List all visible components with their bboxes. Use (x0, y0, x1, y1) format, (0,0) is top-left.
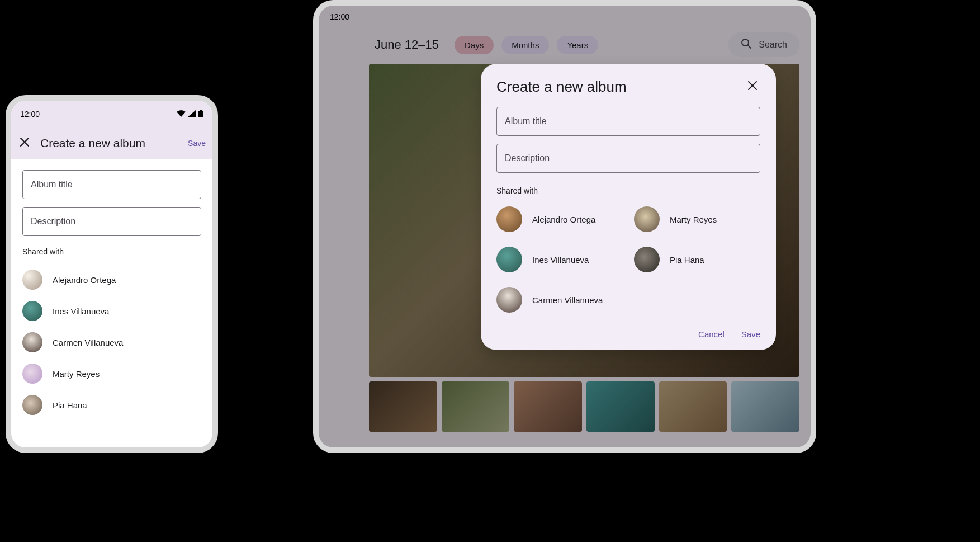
phone-status-bar: 12:00 (11, 101, 212, 128)
svg-rect-1 (200, 110, 202, 111)
signal-icon (188, 110, 196, 119)
photo-thumbnail[interactable] (369, 381, 437, 432)
people-grid: Alejandro OrtegaMarty ReyesInes Villanue… (496, 203, 760, 316)
avatar (496, 206, 522, 232)
person-row[interactable]: Marty Reyes (22, 358, 201, 389)
phone-body: Album title Description Shared with Alej… (11, 159, 212, 421)
photo-thumbnail[interactable] (731, 381, 799, 432)
avatar (22, 364, 42, 384)
tab-days[interactable]: Days (455, 36, 494, 54)
save-button[interactable]: Save (741, 329, 760, 339)
search-icon (741, 38, 752, 51)
date-range: June 12–15 (375, 37, 439, 52)
people-list: Alejandro OrtegaInes VillanuevaCarmen Vi… (22, 264, 201, 421)
avatar (22, 395, 42, 415)
person-row[interactable]: Marty Reyes (634, 203, 760, 235)
svg-line-3 (748, 45, 751, 48)
person-name: Pia Hana (53, 400, 87, 410)
tablet-status-bar: 12:00 (319, 6, 811, 28)
svg-rect-0 (198, 111, 203, 117)
avatar (634, 247, 660, 272)
person-name: Ines Villanueva (532, 255, 589, 265)
avatar (22, 270, 42, 290)
page-title: Create a new album (40, 136, 179, 150)
person-row[interactable]: Pia Hana (634, 243, 760, 276)
avatar (22, 332, 42, 352)
tablet-top-bar: June 12–15 Days Months Years Search (319, 28, 811, 64)
avatar (496, 247, 522, 272)
person-row[interactable]: Ines Villanueva (22, 295, 201, 327)
person-row[interactable]: Carmen Villanueva (22, 327, 201, 358)
phone-app-bar: Create a new album Save (11, 128, 212, 159)
status-time: 12:00 (20, 110, 40, 119)
person-row[interactable]: Ines Villanueva (496, 243, 623, 276)
status-time: 12:00 (330, 12, 349, 21)
avatar (496, 287, 522, 313)
photo-thumbnail[interactable] (514, 381, 582, 432)
person-row[interactable]: Alejandro Ortega (22, 264, 201, 295)
save-button[interactable]: Save (188, 139, 206, 148)
person-name: Pia Hana (670, 255, 704, 265)
search-input[interactable]: Search (728, 32, 799, 57)
battery-icon (198, 110, 203, 119)
person-row[interactable]: Alejandro Ortega (496, 203, 623, 235)
description-input[interactable]: Description (22, 207, 201, 236)
photo-thumbnail[interactable] (442, 381, 510, 432)
person-name: Alejandro Ortega (532, 215, 595, 224)
dialog-title: Create a new album (496, 78, 627, 96)
person-name: Marty Reyes (670, 215, 717, 224)
thumbnail-row (369, 381, 799, 432)
photo-thumbnail[interactable] (659, 381, 727, 432)
person-name: Ines Villanueva (53, 307, 109, 316)
person-row[interactable]: Pia Hana (22, 389, 201, 421)
cancel-button[interactable]: Cancel (698, 329, 725, 339)
shared-with-label: Shared with (496, 186, 760, 195)
album-title-input[interactable]: Album title (22, 170, 201, 199)
person-name: Carmen Villanueva (532, 295, 603, 305)
avatar (634, 206, 660, 232)
photo-thumbnail[interactable] (586, 381, 655, 432)
tab-months[interactable]: Months (501, 36, 549, 54)
close-icon[interactable] (745, 80, 760, 95)
person-name: Alejandro Ortega (53, 275, 116, 285)
person-name: Marty Reyes (53, 369, 100, 379)
status-icons (177, 110, 203, 119)
description-input[interactable]: Description (496, 144, 760, 173)
shared-with-label: Shared with (22, 247, 201, 256)
svg-point-2 (742, 39, 749, 46)
album-title-input[interactable]: Album title (496, 107, 760, 136)
person-row[interactable]: Carmen Villanueva (496, 284, 623, 316)
create-album-dialog: Create a new album Album title Descripti… (481, 64, 776, 350)
phone-frame: 12:00 Create a new album Save Album titl… (6, 95, 218, 453)
tab-years[interactable]: Years (557, 36, 598, 54)
avatar (22, 301, 42, 321)
tablet-frame: 12:00 June 12–15 Days Months Years Searc… (313, 0, 816, 453)
person-name: Carmen Villanueva (53, 338, 123, 347)
close-icon[interactable] (18, 136, 31, 150)
dialog-actions: Cancel Save (496, 329, 760, 339)
wifi-icon (177, 110, 186, 119)
search-placeholder: Search (759, 40, 787, 50)
